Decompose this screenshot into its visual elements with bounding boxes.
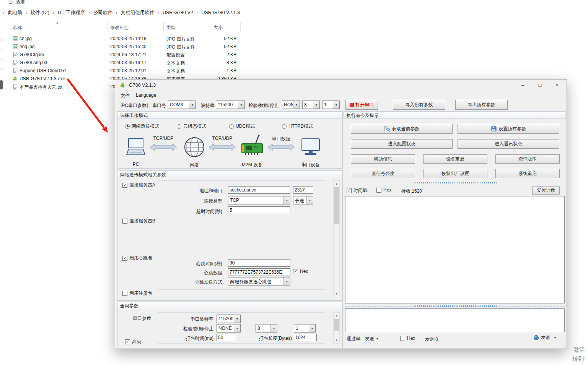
baud-label: 波特率 <box>201 102 215 109</box>
column-divider[interactable] <box>240 22 241 32</box>
tree-expand-icon[interactable]: › <box>1 47 3 52</box>
open-port-button[interactable]: 打开串口 <box>345 100 378 110</box>
mode-radio-udc[interactable]: UDC模式 <box>229 123 255 130</box>
breadcrumb-folder-4[interactable]: USR-G780 V2 <box>163 10 193 15</box>
baud-select[interactable]: 115200▼ <box>216 101 245 109</box>
scroll-up-icon[interactable]: ▲ <box>334 313 339 319</box>
file-row[interactable]: cn.jpg 2020-03-25 14:19 JPG 图片文件 52 KB <box>0 35 252 43</box>
splitter-handle[interactable] <box>414 305 498 307</box>
breadcrumb-folder-3[interactable]: 文档组使用软件 <box>121 10 155 16</box>
minimize-button[interactable]: – <box>514 79 531 91</box>
scroll-down-icon[interactable]: ▼ <box>334 337 339 343</box>
tree-expand-icon[interactable]: › <box>1 37 3 42</box>
tree-expand-icon[interactable]: › <box>1 67 3 71</box>
global-parity-select[interactable]: NONE▼ <box>217 324 241 333</box>
resize-grip[interactable] <box>560 342 566 348</box>
mode-radio-cloud-scada[interactable]: 云组态模式 <box>177 123 206 130</box>
keepalive-select[interactable]: 长连▼ <box>293 196 313 204</box>
global-databits-select[interactable]: 8▼ <box>256 324 277 333</box>
file-row[interactable]: Support USR Cloud.txt 2020-03-25 12:01 文… <box>0 67 252 75</box>
heartbeat-data-input[interactable] <box>228 268 290 276</box>
command-panel-title: 执行命令及提示 <box>344 111 565 118</box>
breadcrumb-folder-2[interactable]: 公司软件 <box>93 10 112 16</box>
menu-file[interactable]: 文件 <box>121 92 130 99</box>
mode-radio-net-passthrough[interactable]: 网络透传模式 <box>125 123 159 130</box>
scroll-up-icon[interactable]: ▲ <box>334 181 339 187</box>
server-b-checkbox[interactable]: 连接服务器B <box>122 218 155 224</box>
factory-reset-button[interactable]: 恢复出厂设置 <box>423 169 487 178</box>
server-a-checkbox[interactable]: ✓ 连接服务器A <box>122 182 155 188</box>
stopbits-select[interactable]: 1▼ <box>322 101 340 109</box>
check-icon: ✓ <box>126 340 129 344</box>
get-params-button[interactable]: 获取当前参数 <box>351 124 453 134</box>
query-version-button[interactable]: 查询版本 <box>495 154 560 164</box>
enter-config-button[interactable]: 进入配置状态 <box>351 139 453 149</box>
file-row[interactable]: G780Cfg.ini 2024-06-13 17:21 配置设置 2 KB <box>0 51 252 59</box>
send-via-dropdown[interactable]: 通过串口发送 ▾ <box>347 336 378 342</box>
send-area[interactable] <box>345 308 565 332</box>
net-params-scrollbar[interactable]: ▲ ▼ <box>333 180 340 297</box>
conn-type-select[interactable]: TCP▼ <box>228 196 290 204</box>
enter-comm-button[interactable]: 进入通讯状态 <box>458 139 559 149</box>
signal-strength-button[interactable]: 查信号强度 <box>351 169 415 178</box>
device-restart-button[interactable]: 设备重启 <box>423 154 487 164</box>
file-row[interactable]: eng.jpg 2020-03-25 15:40 JPG 图片文件 52 KB <box>0 43 252 51</box>
reset-count-button[interactable]: 复位计数 <box>532 187 560 195</box>
timeout-input[interactable] <box>228 206 290 214</box>
breadcrumb-this-pc[interactable]: 此电脑 <box>8 10 23 16</box>
close-button[interactable]: × <box>549 79 566 91</box>
breadcrumb-folder-current[interactable]: USR-G780 V2.1.3 <box>201 10 240 15</box>
scrollbar-thumb[interactable] <box>334 319 339 331</box>
heartbeat-mode-select[interactable]: 向服务器发送心跳包▼ <box>228 277 290 286</box>
global-stopbits-select[interactable]: 1▼ <box>294 324 316 333</box>
splitter-handle[interactable] <box>414 182 498 183</box>
send-hex-checkbox[interactable]: Hex <box>400 336 415 341</box>
column-header-size[interactable]: 大小 <box>213 24 223 31</box>
timestamp-checkbox[interactable]: ✓ 时间戳 <box>347 187 367 194</box>
heartbeat-time-input[interactable] <box>228 259 290 267</box>
scrollbar-fragment[interactable] <box>0 80 3 89</box>
databits-select[interactable]: 8▼ <box>302 101 320 109</box>
chevron-down-icon: ▼ <box>283 196 290 204</box>
help-button[interactable]: 帮助信息 <box>351 154 415 164</box>
server-a-address-input[interactable] <box>228 186 290 194</box>
maximize-button[interactable]: □ <box>531 79 549 91</box>
column-divider[interactable] <box>163 22 164 32</box>
global-params-scrollbar[interactable]: ▲ ▼ <box>333 312 340 344</box>
scrollbar-thumb[interactable] <box>334 187 339 224</box>
global-baud-select[interactable]: 115200▼ <box>217 315 241 323</box>
ini-file-icon <box>13 52 18 57</box>
menu-language[interactable]: Language <box>136 92 156 98</box>
breadcrumb-folder-1[interactable]: D：工作程序 <box>58 10 85 16</box>
file-row[interactable]: G780Lang.txt 2024-03-06 16:17 文本文档 8 KB <box>0 59 252 67</box>
check-icon: ✓ <box>123 183 127 187</box>
column-header-date[interactable]: 修改日期 <box>110 24 129 31</box>
import-params-button[interactable]: 导入所有参数 <box>393 100 445 110</box>
mode-radio-httpd[interactable]: HTTPD模式 <box>282 123 313 130</box>
heartbeat-hex-checkbox[interactable]: ✓ Hex <box>293 269 308 274</box>
set-params-button[interactable]: 设置所有参数 <box>458 124 559 134</box>
column-divider[interactable] <box>211 22 211 32</box>
text-file-icon <box>13 84 18 89</box>
scroll-down-icon[interactable]: ▼ <box>334 291 339 297</box>
column-divider[interactable] <box>108 22 108 32</box>
packtime-input[interactable] <box>217 334 236 341</box>
system-restart-button[interactable]: 系统重启 <box>495 169 560 178</box>
server-a-port-input[interactable] <box>293 186 313 194</box>
export-params-button[interactable]: 导出所有参数 <box>455 100 508 110</box>
receive-area[interactable] <box>345 196 565 303</box>
recv-hex-checkbox[interactable]: Hex <box>376 187 391 193</box>
parity-select[interactable]: NONI▼ <box>282 101 300 109</box>
packlen-input[interactable] <box>294 334 317 341</box>
ribbon-tab-view[interactable]: 查看 <box>16 0 25 5</box>
breadcrumb-drive[interactable]: 软件 (D:) <box>31 10 49 16</box>
tree-expand-icon[interactable]: › <box>1 57 3 61</box>
send-button[interactable]: 发送 ▾ <box>533 334 556 341</box>
column-header-name[interactable]: 名称 <box>13 24 22 31</box>
column-header-type[interactable]: 类型 <box>166 24 176 31</box>
serial-port-select[interactable]: COM3▼ <box>168 101 196 109</box>
register-packet-checkbox[interactable]: 启用注册包 <box>122 290 152 297</box>
advanced-checkbox[interactable]: ✓ 高级 <box>125 339 141 345</box>
window-titlebar[interactable]: G780 V2.1.3 – □ × <box>115 79 567 91</box>
heartbeat-checkbox[interactable]: ✓ 启用心跳包 <box>122 255 152 261</box>
